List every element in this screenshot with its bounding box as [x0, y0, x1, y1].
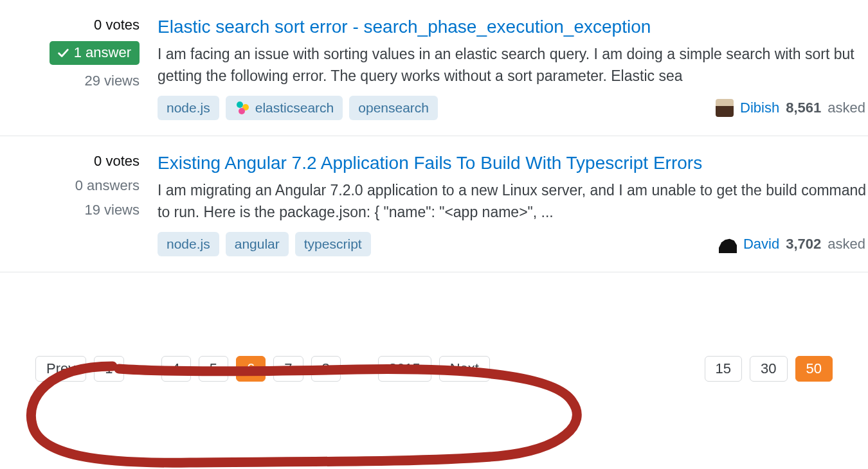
asked-label: asked	[827, 100, 865, 116]
question-title-link[interactable]: Existing Angular 7.2 Application Fails T…	[158, 152, 868, 175]
question-meta-row: node.jsangulartypescriptDavid3,702asked	[158, 232, 868, 256]
page-size-15[interactable]: 15	[705, 356, 742, 382]
answer-count: 0 answers	[0, 177, 140, 194]
question-meta-row: node.jselasticsearchopensearchDibish8,56…	[158, 96, 868, 120]
question-stats: 0 votes1 answer29 views	[0, 15, 158, 120]
view-count: 29 views	[0, 73, 140, 89]
pager-ellipsis: …	[348, 360, 370, 377]
avatar[interactable]	[716, 99, 734, 117]
pager-page-4[interactable]: 4	[161, 356, 191, 382]
pagination-row: Prev1…45678…8615Next 153050	[0, 272, 868, 407]
tag-opensearch[interactable]: opensearch	[349, 96, 438, 120]
question-excerpt: I am facing an issue with sorting values…	[158, 44, 868, 87]
question-excerpt: I am migrating an Angular 7.2.0 applicat…	[158, 180, 868, 223]
view-count: 19 views	[0, 202, 140, 218]
author-info: Dibish8,561asked	[716, 99, 868, 117]
question-list: 0 votes1 answer29 viewsElastic search so…	[0, 0, 868, 272]
pager-page-1[interactable]: 1	[94, 356, 123, 382]
question-stats: 0 votes0 answers19 views	[0, 152, 158, 256]
author-reputation: 8,561	[786, 100, 821, 116]
tag-angular[interactable]: angular	[226, 232, 289, 256]
pager-prev-button[interactable]: Prev	[35, 356, 86, 382]
pager-next-button[interactable]: Next	[439, 356, 490, 382]
page-number-pager: Prev1…45678…8615Next	[35, 356, 490, 382]
vote-count: 0 votes	[0, 153, 140, 170]
page-size-30[interactable]: 30	[750, 356, 787, 382]
accepted-answer-badge: 1 answer	[50, 41, 140, 65]
vote-count: 0 votes	[0, 17, 140, 33]
check-icon	[56, 46, 70, 60]
author-reputation: 3,702	[786, 236, 821, 252]
question-content: Elastic search sort error - search_phase…	[158, 15, 868, 120]
tag-elasticsearch[interactable]: elasticsearch	[226, 96, 343, 120]
tag-node-js[interactable]: node.js	[158, 96, 219, 120]
author-info: David3,702asked	[719, 235, 868, 253]
tag-node-js[interactable]: node.js	[158, 232, 219, 256]
pager-page-8615[interactable]: 8615	[378, 356, 431, 382]
pager-ellipsis: …	[132, 360, 154, 377]
pager-page-5[interactable]: 5	[199, 356, 228, 382]
page-size-50[interactable]: 50	[795, 356, 833, 382]
author-name-link[interactable]: David	[743, 236, 779, 252]
page-size-selector: 153050	[705, 356, 833, 382]
author-name-link[interactable]: Dibish	[740, 100, 779, 116]
pager-page-6[interactable]: 6	[236, 356, 266, 382]
avatar[interactable]	[719, 235, 737, 253]
question-content: Existing Angular 7.2 Application Fails T…	[158, 152, 868, 256]
question-summary: 0 votes0 answers19 viewsExisting Angular…	[0, 136, 868, 272]
question-title-link[interactable]: Elastic search sort error - search_phase…	[158, 15, 868, 39]
tag-list: node.jsangulartypescript	[158, 232, 371, 256]
answer-count: 1 answer	[0, 41, 140, 65]
tag-typescript[interactable]: typescript	[295, 232, 371, 256]
tag-list: node.jselasticsearchopensearch	[158, 96, 438, 120]
pager-page-8[interactable]: 8	[311, 356, 341, 382]
asked-label: asked	[827, 236, 865, 252]
question-summary: 0 votes1 answer29 viewsElastic search so…	[0, 0, 868, 136]
elasticsearch-icon	[235, 100, 250, 116]
pager-page-7[interactable]: 7	[273, 356, 303, 382]
